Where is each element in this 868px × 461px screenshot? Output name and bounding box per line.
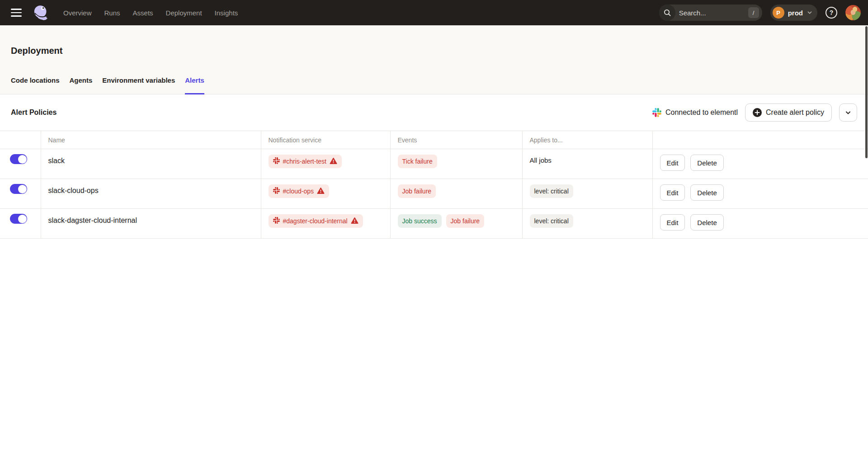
search-shortcut-key: /: [748, 7, 759, 18]
policy-name: slack-dagster-cloud-internal: [48, 214, 137, 226]
table-row: slack #chris-alert-test Tick failure All…: [0, 149, 868, 179]
toggle-knob: [18, 155, 27, 164]
column-header-empty: [652, 131, 868, 149]
applies-to-badge: level: critical: [530, 184, 573, 198]
deployment-name: prod: [788, 9, 803, 17]
table-body: slack #chris-alert-test Tick failure All…: [0, 149, 868, 239]
chevron-down-icon: [844, 109, 852, 116]
deployment-switcher[interactable]: P prod: [770, 5, 817, 21]
topbar-right-cluster: / P prod ?: [659, 5, 861, 21]
event-badge-job-failure: Job failure: [398, 184, 436, 198]
warning-icon-slot: [317, 187, 325, 196]
page-title: Deployment: [11, 45, 857, 56]
applies-to-badge: level: critical: [530, 214, 573, 228]
help-icon[interactable]: ?: [826, 7, 837, 19]
event-badge-tick-failure: Tick failure: [398, 155, 437, 168]
table-row: slack-cloud-ops #cloud-ops Job failure l…: [0, 179, 868, 209]
primary-nav: OverviewRunsAssetsDeploymentInsights: [63, 9, 238, 17]
delete-button[interactable]: Delete: [690, 155, 723, 171]
plus-circle-icon: [753, 108, 762, 117]
column-header-empty: [0, 131, 41, 149]
section-heading: Alert Policies: [11, 108, 57, 117]
search-icon: [659, 5, 675, 21]
slack-icon-slot: [273, 187, 280, 195]
nav-item-overview[interactable]: Overview: [63, 9, 92, 17]
top-navigation-bar: OverviewRunsAssetsDeploymentInsights / P…: [0, 0, 868, 25]
toggle-knob: [18, 185, 27, 193]
table-row: slack-dagster-cloud-internal #dagster-cl…: [0, 209, 868, 239]
tab-code-locations[interactable]: Code locations: [11, 76, 60, 94]
policy-enabled-toggle[interactable]: [10, 154, 27, 164]
delete-button[interactable]: Delete: [690, 214, 723, 230]
deployment-initial-badge: P: [773, 7, 784, 19]
slack-icon-red: [273, 187, 280, 194]
nav-item-runs[interactable]: Runs: [104, 9, 120, 17]
warning-icon: [330, 157, 337, 165]
policy-name: slack-cloud-ops: [48, 184, 99, 196]
policy-enabled-toggle[interactable]: [10, 184, 27, 194]
edit-button[interactable]: Edit: [660, 214, 685, 230]
chevron-down-icon: [807, 9, 813, 16]
tab-alerts[interactable]: Alerts: [185, 76, 204, 94]
slack-icon-red: [273, 217, 280, 224]
warning-icon: [351, 217, 359, 224]
scrollbar-thumb[interactable]: [865, 26, 868, 158]
user-avatar[interactable]: [845, 5, 861, 20]
nav-item-assets[interactable]: Assets: [133, 9, 153, 17]
create-alert-policy-label: Create alert policy: [766, 108, 824, 117]
warning-icon: [317, 187, 325, 194]
edit-button[interactable]: Edit: [660, 184, 685, 201]
tab-environment-variables[interactable]: Environment variables: [102, 76, 175, 94]
search-input[interactable]: [675, 9, 748, 17]
notification-channel-badge: #dagster-cloud-internal: [269, 214, 363, 228]
menu-icon[interactable]: [7, 4, 25, 22]
column-header-notification-service: Notification service: [261, 131, 390, 149]
alert-policies-toolbar: Alert Policies Connected to elementl Cre…: [0, 94, 868, 131]
nav-item-insights[interactable]: Insights: [215, 9, 238, 17]
page-header-band: Deployment Code locationsAgentsEnvironme…: [0, 25, 868, 94]
column-header-events: Events: [390, 131, 522, 149]
deployment-tabs: Code locationsAgentsEnvironment variable…: [0, 76, 868, 94]
toggle-knob: [18, 215, 27, 223]
warning-icon-slot: [330, 157, 337, 166]
event-badge-job-failure: Job failure: [446, 214, 485, 228]
slack-icon-slot: [273, 217, 280, 225]
search-bar[interactable]: /: [659, 5, 762, 21]
slack-icon-slot: [273, 157, 280, 165]
notification-channel-label: #cloud-ops: [283, 188, 314, 195]
event-badge-job-success: Job success: [398, 214, 442, 228]
table-header-row: NameNotification serviceEventsApplies to…: [0, 131, 868, 149]
delete-button[interactable]: Delete: [690, 184, 723, 201]
column-header-name: Name: [41, 131, 261, 149]
nav-item-deployment[interactable]: Deployment: [166, 9, 202, 17]
dagster-logo[interactable]: [32, 4, 50, 22]
slack-connected-status: Connected to elementl: [652, 108, 738, 117]
alert-policy-more-actions-button[interactable]: [839, 103, 857, 122]
alert-policies-table: NameNotification serviceEventsApplies to…: [0, 131, 868, 239]
slack-icon: [652, 108, 661, 117]
connected-label: Connected to elementl: [665, 108, 738, 117]
policy-name: slack: [48, 155, 65, 166]
policy-enabled-toggle[interactable]: [10, 214, 27, 224]
notification-channel-badge: #cloud-ops: [269, 184, 330, 198]
column-header-applies-to: Applies to...: [522, 131, 652, 149]
create-alert-policy-button[interactable]: Create alert policy: [745, 103, 832, 122]
edit-button[interactable]: Edit: [660, 155, 685, 171]
applies-to-text: All jobs: [530, 155, 552, 164]
slack-icon-red: [273, 157, 280, 164]
notification-channel-label: #chris-alert-test: [283, 158, 326, 165]
notification-channel-badge: #chris-alert-test: [269, 155, 342, 168]
tab-agents[interactable]: Agents: [70, 76, 93, 94]
warning-icon-slot: [351, 217, 359, 226]
notification-channel-label: #dagster-cloud-internal: [283, 217, 348, 225]
